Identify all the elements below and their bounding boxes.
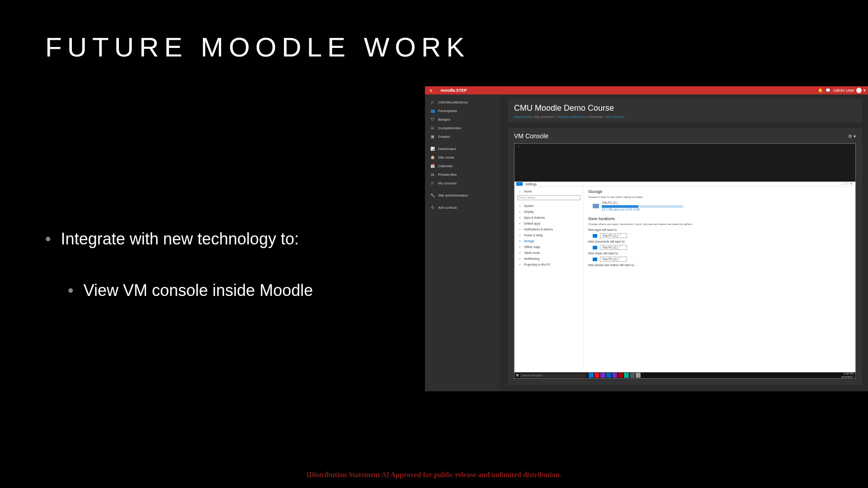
taskbar-app-icon[interactable] (606, 373, 611, 378)
drive-icon (593, 204, 599, 208)
sidebar-item[interactable]: 🔧Site administration (425, 191, 500, 200)
saveloc-sub: Change where your apps, documents, music… (588, 223, 851, 225)
course-header: CMU Moodle Demo Course Dashboard / My co… (508, 99, 862, 122)
taskbar-app-icon[interactable] (618, 373, 623, 378)
taskbar-app-icon[interactable] (600, 373, 605, 378)
settings-side-item[interactable]: ▪Apps & features (517, 215, 580, 221)
taskbar-app-icon[interactable] (589, 373, 594, 378)
back-icon[interactable]: ← (516, 182, 523, 186)
sidebar-item[interactable]: 🎓CMUMoodleDemo (425, 98, 500, 107)
vm-frame[interactable]: ○ ← Settings ─ ☐ ✕ (514, 143, 856, 379)
sidebar-icon: ▦ (430, 135, 434, 139)
saveloc-icon (593, 258, 597, 261)
settings-side-item[interactable]: ▪Notifications & actions (517, 226, 580, 232)
gear-icon[interactable]: ⚙ ▾ (848, 134, 856, 139)
taskbar-app-icon[interactable] (624, 373, 629, 378)
sidebar-item[interactable]: ☑Competencies (425, 124, 500, 132)
sidebar-item[interactable]: ➕Add a block (425, 203, 500, 212)
saveloc-select[interactable]: This PC (C:) ˅ (600, 257, 627, 262)
bullet-dot-icon: • (45, 226, 51, 252)
settings-side-icon: ▪ (518, 263, 522, 266)
maximize-icon[interactable]: ☐ (844, 182, 849, 186)
taskbar-app-icon[interactable] (636, 373, 641, 378)
sidebar-item[interactable]: 📊Dashboard (425, 145, 500, 153)
window-titlebar: ← Settings ─ ☐ ✕ (514, 182, 855, 187)
settings-sidebar: ⌂ Home Find a setting ▪System▪Display▪Ap… (514, 187, 584, 372)
window-title: Settings (525, 183, 537, 186)
avatar[interactable] (856, 88, 862, 93)
taskbar-search[interactable]: Search Windows (520, 373, 587, 378)
settings-main: Storage Choose a drive to see what's tak… (584, 187, 855, 372)
home-icon: ⌂ (518, 190, 522, 193)
settings-side-icon: ▪ (518, 228, 522, 231)
moodle-screenshot: ≡ moodle.STEP 🔔 💬 Admin User ▾ 🎓CMUMoodl… (425, 86, 868, 391)
sidebar-icon: 👥 (430, 109, 434, 113)
settings-side-item[interactable]: ▪Display (517, 209, 580, 215)
sidebar-item[interactable]: 🗀Private files (425, 170, 500, 179)
saveloc-row: This PC (C:) ˅ (593, 233, 851, 238)
sidebar-label: Badges (438, 117, 450, 122)
saveloc-label: New music will save to: (588, 252, 851, 255)
sidebar-item[interactable]: 🏠Site home (425, 153, 500, 162)
sidebar-label: Add a block (438, 206, 457, 210)
breadcrumb-link[interactable]: VM Console (605, 115, 625, 119)
settings-side-item[interactable]: ▪Multitasking (517, 256, 580, 262)
sidebar-item[interactable]: 🛡Badges (425, 115, 500, 124)
saveloc-select[interactable]: This PC (C:) ˅ (600, 233, 627, 238)
sidebar-label: Private files (438, 173, 457, 177)
storage-sub: Choose a drive to see what's taking up s… (588, 196, 851, 198)
sidebar-item[interactable]: 📅Calendar (425, 162, 500, 170)
breadcrumb-link[interactable]: My courses (535, 115, 553, 119)
sidebar-icon: 🏠 (430, 155, 434, 160)
moodle-brand[interactable]: moodle.STEP (440, 88, 467, 93)
sidebar-label: Calendar (438, 164, 453, 168)
taskbar-app-icon[interactable] (594, 373, 599, 378)
close-icon[interactable]: ✕ (849, 182, 854, 186)
settings-side-item[interactable]: ▪Power & sleep (517, 232, 580, 238)
sidebar-icon: 🗀 (430, 173, 434, 177)
taskbar-clock[interactable]: 4:49 PM 9/14/2017 (840, 372, 855, 379)
chat-icon[interactable]: 💬 (826, 88, 830, 93)
slide-title: FUTURE MOODLE WORK (45, 32, 470, 63)
storage-heading: Storage (588, 189, 851, 194)
moodle-topbar: ≡ moodle.STEP 🔔 💬 Admin User ▾ (425, 86, 868, 94)
breadcrumb-link[interactable]: Dashboard (514, 115, 532, 119)
settings-side-item[interactable]: ▪Tablet mode (517, 250, 580, 256)
settings-side-icon: ▪ (518, 251, 522, 254)
sidebar-item[interactable]: 🎓My courses (425, 179, 500, 188)
settings-side-item[interactable]: ▪Default apps (517, 221, 580, 226)
sidebar-icon: ☑ (430, 126, 434, 130)
vm-console-card: VM Console ⚙ ▾ ○ ← Settings (508, 128, 862, 385)
settings-home[interactable]: ⌂ Home (517, 188, 580, 194)
drive-row[interactable]: This PC (C:) 22.3 GB used out of 49.4 GB (593, 201, 851, 211)
settings-side-icon: ▪ (518, 234, 522, 237)
breadcrumb-link[interactable]: General (589, 115, 602, 119)
taskbar-app-icon[interactable] (612, 373, 617, 378)
vm-tab: ○ (514, 144, 855, 151)
saveloc-label: New documents will save to: (588, 240, 851, 243)
saveloc-select[interactable]: This PC (C:) ˅ (600, 245, 627, 250)
settings-search[interactable]: Find a setting (517, 195, 580, 200)
settings-side-item[interactable]: ▪Projecting to this PC (517, 262, 580, 267)
sidebar-icon: 🎓 (430, 181, 434, 185)
taskbar: ⊞ Search Windows 4:49 PM 9/14/2017 (514, 372, 855, 378)
settings-side-item[interactable]: ▪Storage (517, 238, 580, 244)
settings-side-icon: ▪ (518, 257, 522, 260)
start-icon[interactable]: ⊞ (514, 373, 520, 378)
windows-settings: ← Settings ─ ☐ ✕ ⌂ (514, 182, 855, 378)
minimize-icon[interactable]: ─ (840, 183, 844, 186)
sidebar-item[interactable]: ▦Grades (425, 132, 500, 141)
sidebar-label: Site administration (438, 193, 468, 197)
settings-side-item[interactable]: ▪System (517, 203, 580, 209)
hamburger-icon[interactable]: ≡ (429, 88, 432, 93)
course-title: CMU Moodle Demo Course (514, 103, 856, 113)
taskbar-app-icon[interactable] (630, 373, 635, 378)
user-name[interactable]: Admin User (833, 88, 854, 93)
breadcrumb-link[interactable]: CMUMoodleDemo (556, 115, 586, 119)
bell-icon[interactable]: 🔔 (818, 88, 823, 93)
settings-side-item[interactable]: ▪Offline maps (517, 244, 580, 250)
caret-down-icon[interactable]: ▾ (863, 88, 866, 93)
settings-side-icon: ▪ (518, 204, 522, 207)
sidebar-item[interactable]: 👥Participants (425, 107, 500, 115)
distribution-footer: [Distribution Statement A] Approved for … (0, 471, 868, 479)
